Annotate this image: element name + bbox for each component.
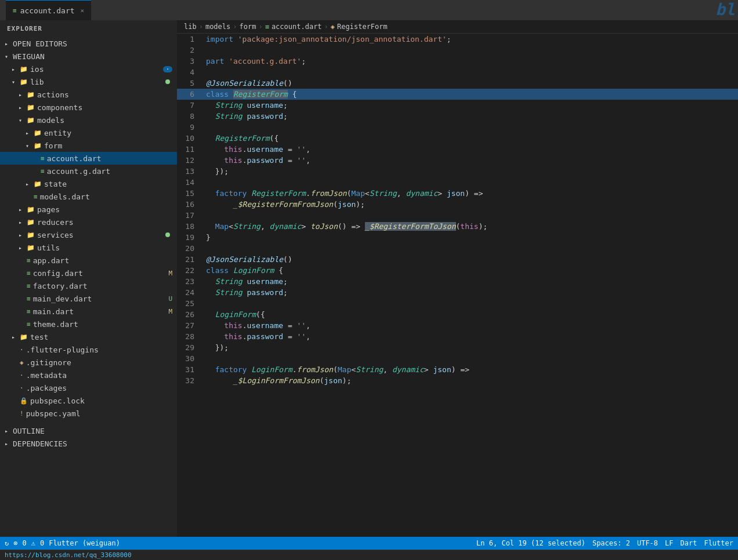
app-dart-file-icon: ≡ bbox=[27, 257, 31, 264]
section-divider-outline bbox=[0, 420, 177, 424]
sync-icon[interactable]: ↻ bbox=[5, 539, 9, 547]
folder-services[interactable]: 📁 services bbox=[0, 228, 177, 241]
metadata-file-icon: · bbox=[20, 372, 24, 379]
file-main-dev-dart[interactable]: ≡ main_dev.dart U bbox=[0, 292, 177, 305]
flutter-plugins-label: .flutter-plugins bbox=[26, 346, 99, 354]
line-content: factory RegisterForm.fromJson(Map<String… bbox=[206, 188, 738, 199]
spaces-setting[interactable]: Spaces: 2 bbox=[592, 539, 630, 547]
folder-components[interactable]: 📁 components bbox=[0, 101, 177, 114]
models-arrow bbox=[19, 117, 27, 123]
line-number: 12 bbox=[177, 155, 206, 166]
factory-dart-label: factory.dart bbox=[33, 282, 88, 290]
code-line-5: 5@JsonSerializable() bbox=[177, 78, 738, 89]
line-number: 9 bbox=[177, 122, 206, 133]
line-number: 26 bbox=[177, 309, 206, 320]
file-account-dart[interactable]: ≡ account.dart bbox=[0, 152, 177, 165]
file-config-dart[interactable]: ≡ config.dart M bbox=[0, 267, 177, 279]
reducers-arrow bbox=[19, 219, 27, 226]
code-area[interactable]: 1import 'package:json_annotation/json_an… bbox=[177, 34, 738, 537]
code-line-24: 24 String password; bbox=[177, 287, 738, 298]
folder-ios[interactable]: 📁 ios · bbox=[0, 63, 177, 75]
app-dart-label: app.dart bbox=[33, 256, 70, 265]
account-g-dart-label: account.g.dart bbox=[47, 167, 111, 176]
project-root[interactable]: WEIGUAN bbox=[0, 50, 177, 63]
file-account-g-dart[interactable]: ≡ account.g.dart bbox=[0, 165, 177, 177]
language[interactable]: Dart bbox=[681, 539, 697, 547]
file-main-dart[interactable]: ≡ main.dart M bbox=[0, 305, 177, 318]
line-content: }); bbox=[206, 166, 738, 177]
folder-entity[interactable]: 📁 entity bbox=[0, 126, 177, 139]
line-number: 30 bbox=[177, 353, 206, 364]
file-packages[interactable]: · .packages bbox=[0, 381, 177, 394]
file-pubspec-yaml[interactable]: ! pubspec.yaml bbox=[0, 407, 177, 420]
open-editors-section[interactable]: OPEN EDITORS bbox=[0, 37, 177, 50]
test-arrow bbox=[12, 334, 20, 340]
outline-section[interactable]: OUTLINE bbox=[0, 424, 177, 437]
file-factory-dart[interactable]: ≡ factory.dart bbox=[0, 279, 177, 292]
account-g-dart-file-icon: ≡ bbox=[41, 168, 45, 175]
active-tab[interactable]: ≡ account.dart × bbox=[6, 0, 91, 20]
folder-pages[interactable]: 📁 pages bbox=[0, 203, 177, 216]
code-line-1: 1import 'package:json_annotation/json_an… bbox=[177, 34, 738, 45]
code-line-32: 32 _$LoginFormFromJson(json); bbox=[177, 375, 738, 386]
file-theme-dart[interactable]: ≡ theme.dart bbox=[0, 318, 177, 330]
file-gitignore[interactable]: ◈ .gitignore bbox=[0, 356, 177, 369]
file-models-dart[interactable]: ≡ models.dart bbox=[0, 190, 177, 203]
code-line-9: 9 bbox=[177, 122, 738, 133]
status-bar: ↻ ⊗ 0 ⚠ 0 Flutter (weiguan) Ln 6, Col 19… bbox=[0, 537, 738, 550]
framework[interactable]: Flutter bbox=[704, 539, 733, 547]
flutter-plugins-file-icon: · bbox=[20, 346, 24, 354]
dependencies-section[interactable]: DEPENDENCIES bbox=[0, 437, 177, 450]
folder-reducers[interactable]: 📁 reducers bbox=[0, 216, 177, 228]
main-dev-dart-badge: U bbox=[168, 295, 172, 303]
account-dart-file-icon: ≡ bbox=[41, 155, 45, 162]
folder-lib[interactable]: 📁 lib bbox=[0, 75, 177, 88]
line-number: 28 bbox=[177, 331, 206, 342]
file-pubspec-lock[interactable]: 🔒 pubspec.lock bbox=[0, 394, 177, 407]
breadcrumb-account-dart: account.dart bbox=[272, 23, 322, 31]
actions-arrow bbox=[19, 92, 27, 98]
services-modified-dot bbox=[165, 232, 170, 237]
entity-label: entity bbox=[44, 129, 71, 137]
line-content: } bbox=[206, 232, 738, 243]
actions-folder-icon: 📁 bbox=[27, 91, 35, 99]
explorer-header: EXPLORER bbox=[0, 20, 177, 37]
code-line-3: 3part 'account.g.dart'; bbox=[177, 56, 738, 67]
models-dart-label: models.dart bbox=[40, 192, 90, 201]
file-metadata[interactable]: · .metadata bbox=[0, 369, 177, 381]
line-number: 14 bbox=[177, 177, 206, 188]
line-ending[interactable]: LF bbox=[665, 539, 673, 547]
encoding[interactable]: UTF-8 bbox=[637, 539, 658, 547]
file-app-dart[interactable]: ≡ app.dart bbox=[0, 254, 177, 267]
status-left: ↻ ⊗ 0 ⚠ 0 Flutter (weiguan) bbox=[5, 539, 120, 547]
services-folder-icon: 📁 bbox=[27, 231, 35, 239]
components-folder-icon: 📁 bbox=[27, 104, 35, 111]
info-bar: https://blog.csdn.net/qq_33608000 bbox=[0, 550, 738, 560]
main-dev-dart-file-icon: ≡ bbox=[27, 295, 31, 303]
folder-form[interactable]: 📁 form bbox=[0, 139, 177, 152]
state-arrow bbox=[26, 181, 34, 187]
cursor-position[interactable]: Ln 6, Col 19 (12 selected) bbox=[476, 539, 585, 547]
flutter-label[interactable]: Flutter (weiguan) bbox=[49, 539, 120, 547]
folder-state[interactable]: 📁 state bbox=[0, 177, 177, 190]
folder-actions[interactable]: 📁 actions bbox=[0, 88, 177, 101]
line-number: 31 bbox=[177, 364, 206, 375]
warning-count: 0 bbox=[40, 539, 44, 547]
form-folder-icon: 📁 bbox=[34, 142, 42, 150]
code-line-30: 30 bbox=[177, 353, 738, 364]
tab-close-button[interactable]: × bbox=[81, 7, 85, 14]
code-line-27: 27 this.username = '', bbox=[177, 320, 738, 331]
info-link[interactable]: https://blog.csdn.net/qq_33608000 bbox=[5, 551, 132, 559]
file-flutter-plugins[interactable]: · .flutter-plugins bbox=[0, 343, 177, 356]
pubspec-lock-label: pubspec.lock bbox=[30, 397, 85, 405]
folder-models[interactable]: 📁 models bbox=[0, 114, 177, 126]
code-line-22: 22class LoginForm { bbox=[177, 265, 738, 276]
line-number: 3 bbox=[177, 56, 206, 67]
line-number: 32 bbox=[177, 375, 206, 386]
actions-label: actions bbox=[37, 90, 69, 99]
outline-arrow bbox=[5, 428, 13, 434]
folder-utils[interactable]: 📁 utils bbox=[0, 241, 177, 254]
line-number: 16 bbox=[177, 199, 206, 210]
dependencies-arrow bbox=[5, 441, 13, 447]
folder-test[interactable]: 📁 test bbox=[0, 330, 177, 343]
